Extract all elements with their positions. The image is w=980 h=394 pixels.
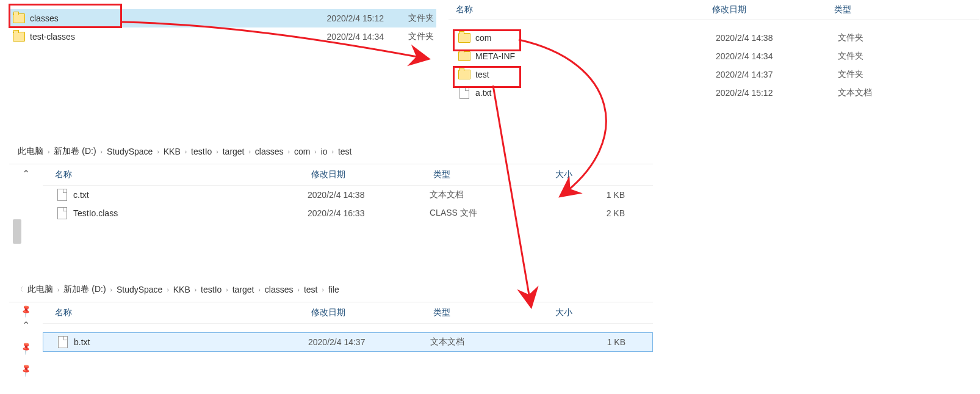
breadcrumb-segment[interactable]: target: [230, 285, 257, 294]
item-type: 文件夹: [838, 69, 929, 80]
header-type[interactable]: 类型: [433, 307, 555, 318]
item-date: 2020/2/4 14:38: [716, 33, 838, 43]
breadcrumb-segment[interactable]: StudySpace: [114, 285, 165, 294]
file-row-a-txt[interactable]: a.txt 2020/2/4 15:12 文本文档: [449, 84, 979, 102]
file-row-testio-class[interactable]: TestIo.class 2020/2/4 16:33 CLASS 文件 2 K…: [43, 204, 653, 222]
item-type: 文本文档: [430, 189, 552, 200]
annotation-box: [9, 4, 122, 28]
item-name: TestIo.class: [73, 208, 308, 218]
item-date: 2020/2/4 14:37: [308, 337, 430, 347]
item-type: 文本文档: [838, 87, 929, 98]
item-date: 2020/2/4 14:34: [716, 51, 838, 61]
chevron-right-icon: ›: [183, 148, 189, 155]
breadcrumb-segment[interactable]: 此电脑: [25, 284, 56, 295]
chevron-right-icon: ›: [286, 148, 292, 155]
chevron-right-icon: ›: [330, 148, 336, 155]
chevron-right-icon: ›: [312, 148, 318, 155]
header-name[interactable]: 名称: [449, 4, 712, 15]
folder-date: 2020/2/4 15:12: [274, 13, 408, 23]
folder-icon: [13, 31, 25, 43]
breadcrumb-segment[interactable]: 新加卷 (D:): [61, 284, 108, 295]
file-icon: [458, 87, 470, 99]
header-name[interactable]: 名称: [43, 307, 311, 318]
breadcrumb-segment[interactable]: file: [326, 285, 342, 294]
chevron-right-icon: ›: [247, 148, 253, 155]
item-type: 文本文档: [430, 337, 552, 348]
item-type: 文件夹: [838, 32, 929, 43]
header-name[interactable]: 名称: [43, 169, 311, 180]
chevron-right-icon: ›: [296, 286, 301, 293]
file-icon: [56, 207, 68, 219]
chevron-right-icon: ›: [193, 286, 198, 293]
breadcrumb-segment[interactable]: KKB: [161, 147, 183, 156]
item-size: 1 KB: [552, 190, 643, 200]
breadcrumb-segment[interactable]: testIo: [189, 147, 214, 156]
item-date: 2020/2/4 14:38: [308, 190, 430, 200]
item-name: META-INF: [475, 51, 716, 61]
breadcrumb-segment[interactable]: StudySpace: [104, 147, 156, 156]
pin-icon[interactable]: 📌: [19, 341, 33, 355]
folder-list-classes: 名称 修改日期 类型 com 2020/2/4 14:38 文件夹 META-I…: [449, 0, 979, 102]
up-icon[interactable]: ⌃: [22, 319, 30, 331]
folder-row-com[interactable]: com 2020/2/4 14:38 文件夹: [449, 29, 979, 47]
breadcrumb-segment[interactable]: io: [319, 147, 330, 156]
chevron-left-icon[interactable]: 〈: [15, 285, 25, 294]
annotation-box: [453, 29, 521, 51]
item-date: 2020/2/4 15:12: [716, 88, 838, 98]
annotation-box: [453, 66, 521, 88]
column-headers[interactable]: 名称 修改日期 类型 大小: [43, 164, 653, 186]
file-row-c-txt[interactable]: c.txt 2020/2/4 14:38 文本文档 1 KB: [43, 186, 653, 204]
item-type: 文件夹: [838, 51, 929, 62]
header-date[interactable]: 修改日期: [712, 4, 834, 15]
item-date: 2020/2/4 16:33: [308, 208, 430, 218]
item-size: 1 KB: [552, 337, 644, 347]
header-type[interactable]: 类型: [433, 169, 555, 180]
pin-icon[interactable]: 📌: [19, 363, 33, 377]
chevron-right-icon: ›: [46, 148, 51, 155]
item-name: c.txt: [73, 190, 308, 200]
file-row-b-txt[interactable]: b.txt 2020/2/4 14:37 文本文档 1 KB: [43, 332, 653, 352]
header-size[interactable]: 大小: [555, 169, 629, 180]
folder-row-meta-inf[interactable]: META-INF 2020/2/4 14:34 文件夹: [449, 47, 979, 65]
chevron-right-icon: ›: [99, 148, 104, 155]
folder-icon: [458, 50, 470, 62]
breadcrumb-segment[interactable]: KKB: [171, 285, 193, 294]
column-headers[interactable]: 名称 修改日期 类型 大小: [43, 302, 653, 324]
item-type: CLASS 文件: [430, 208, 552, 219]
chevron-right-icon: ›: [165, 286, 170, 293]
item-size: 2 KB: [552, 208, 643, 218]
folder-row-test[interactable]: test 2020/2/4 14:37 文件夹: [449, 65, 979, 84]
folder-date: 2020/2/4 14:34: [274, 32, 408, 42]
breadcrumb-segment[interactable]: 此电脑: [15, 146, 46, 157]
header-size[interactable]: 大小: [555, 307, 629, 318]
chevron-right-icon: ›: [320, 286, 325, 293]
breadcrumb-segment[interactable]: testIo: [198, 285, 224, 294]
header-type[interactable]: 类型: [834, 4, 926, 15]
column-headers[interactable]: 名称 修改日期 类型: [449, 0, 979, 20]
breadcrumb-test-file[interactable]: 〈 此电脑›新加卷 (D:)›StudySpace›KKB›testIo›tar…: [9, 277, 665, 302]
header-date[interactable]: 修改日期: [311, 169, 433, 180]
chevron-right-icon: ›: [109, 286, 114, 293]
breadcrumb-segment[interactable]: target: [220, 147, 247, 156]
chevron-right-icon: ›: [257, 286, 262, 293]
breadcrumb-segment[interactable]: classes: [262, 285, 296, 294]
breadcrumb-segment[interactable]: 新加卷 (D:): [51, 146, 98, 157]
breadcrumb-segment[interactable]: classes: [253, 147, 286, 156]
breadcrumb-segment[interactable]: test: [301, 285, 320, 294]
pin-icon[interactable]: 📌: [19, 304, 33, 318]
scrollbar-thumb[interactable]: [13, 219, 21, 244]
header-date[interactable]: 修改日期: [311, 307, 433, 318]
breadcrumb-segment[interactable]: com: [292, 147, 312, 156]
chevron-right-icon: ›: [56, 286, 61, 293]
file-icon: [57, 336, 69, 348]
chevron-right-icon: ›: [155, 148, 160, 155]
up-icon[interactable]: ⌃: [22, 168, 30, 180]
item-date: 2020/2/4 14:37: [716, 70, 838, 79]
folder-row-test-classes[interactable]: test-classes 2020/2/4 14:34 文件夹: [9, 27, 436, 46]
file-icon: [56, 189, 68, 201]
file-list-com-io-test: ⌃ 名称 修改日期 类型 大小 c.txt 2020/2/4 14:38 文本文…: [9, 164, 653, 262]
breadcrumb-com-io-test[interactable]: 此电脑›新加卷 (D:)›StudySpace›KKB›testIo›targe…: [9, 139, 665, 164]
breadcrumb-segment[interactable]: test: [336, 147, 355, 156]
item-name: a.txt: [475, 88, 716, 98]
item-name: b.txt: [74, 337, 308, 347]
